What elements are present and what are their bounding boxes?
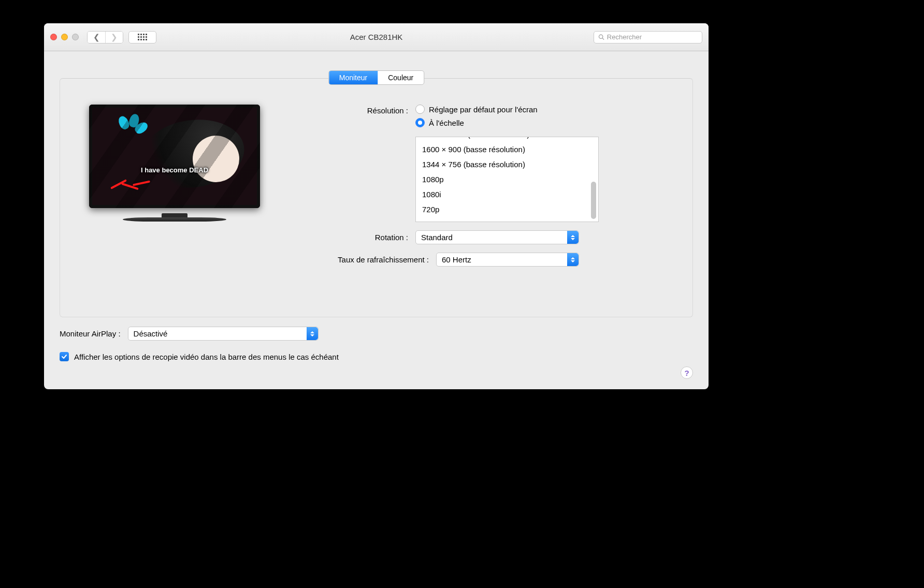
close-window-button[interactable] xyxy=(50,34,57,40)
grid-icon xyxy=(138,34,147,40)
checkmark-icon xyxy=(61,354,67,360)
airplay-select[interactable]: Désactivé xyxy=(128,327,319,341)
tab-bar: Moniteur Couleur xyxy=(328,70,425,85)
refresh-label: Taux de rafraîchissement : xyxy=(301,255,436,264)
mirror-checkbox[interactable] xyxy=(60,352,69,361)
chevron-updown-icon xyxy=(567,231,579,244)
main-panel: Moniteur Couleur I have become DEAD Rés xyxy=(60,78,693,317)
chevron-updown-icon xyxy=(307,327,318,340)
chevron-updown-icon xyxy=(567,253,579,266)
tab-monitor[interactable]: Moniteur xyxy=(329,71,378,84)
illustration-subtitle: I have become DEAD xyxy=(141,166,208,174)
resolution-radio-scaled[interactable]: À l'échelle xyxy=(415,118,599,127)
search-field[interactable] xyxy=(594,31,702,43)
preferences-window: ❮ ❯ Acer CB281HK Moniteur Couleur xyxy=(44,23,709,389)
nav-buttons: ❮ ❯ xyxy=(87,31,123,43)
search-icon xyxy=(598,34,604,40)
zoom-window-button[interactable] xyxy=(72,34,79,40)
airplay-value: Désactivé xyxy=(134,329,168,338)
resolution-option[interactable]: 1080p xyxy=(422,172,587,187)
resolution-option[interactable]: 1080i xyxy=(422,187,587,202)
show-all-button[interactable] xyxy=(128,31,156,43)
window-title: Acer CB281HK xyxy=(350,33,403,41)
radio-label-default: Réglage par défaut pour l'écran xyxy=(429,105,538,114)
resolution-option[interactable]: 1600 × 900 (basse résolution) xyxy=(422,142,587,157)
rotation-value: Standard xyxy=(421,233,453,242)
forward-button[interactable]: ❯ xyxy=(105,32,123,43)
svg-point-0 xyxy=(599,35,602,38)
help-button[interactable]: ? xyxy=(681,366,693,379)
radio-label-scaled: À l'échelle xyxy=(429,119,464,127)
refresh-select[interactable]: 60 Hertz xyxy=(436,253,579,267)
rotation-label: Rotation : xyxy=(301,233,415,242)
resolution-label: Résolution : xyxy=(301,105,415,115)
resolution-option[interactable]: 1344 × 756 (basse résolution) xyxy=(422,157,587,172)
titlebar: ❮ ❯ Acer CB281HK xyxy=(44,23,709,51)
scrollbar-thumb[interactable] xyxy=(591,182,596,219)
rotation-select[interactable]: Standard xyxy=(415,230,579,244)
search-input[interactable] xyxy=(607,33,698,41)
refresh-value: 60 Hertz xyxy=(442,255,471,264)
resolution-list[interactable]: 2048 × 1152 (basse résolution) 1600 × 90… xyxy=(415,137,599,222)
resolution-radio-default[interactable]: Réglage par défaut pour l'écran xyxy=(415,105,599,114)
mirror-checkbox-label: Afficher les options de recopie vidéo da… xyxy=(74,352,339,361)
airplay-label: Moniteur AirPlay : xyxy=(60,329,121,338)
minimize-window-button[interactable] xyxy=(61,34,68,40)
back-button[interactable]: ❮ xyxy=(88,32,105,43)
monitor-illustration: I have become DEAD xyxy=(89,105,260,218)
bottom-section: Moniteur AirPlay : Désactivé Afficher le… xyxy=(44,317,709,361)
tab-color[interactable]: Couleur xyxy=(378,71,424,84)
resolution-option[interactable]: 2048 × 1152 (basse résolution) xyxy=(422,137,587,142)
resolution-option[interactable]: 720p xyxy=(422,202,587,217)
svg-line-1 xyxy=(602,38,604,40)
traffic-lights xyxy=(50,34,79,40)
